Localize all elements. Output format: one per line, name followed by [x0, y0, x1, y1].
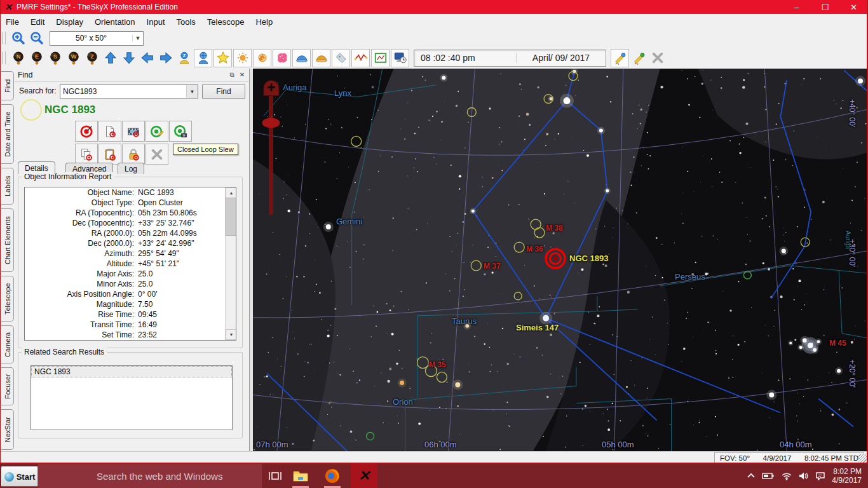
- toolbar-grip[interactable]: [2, 51, 6, 64]
- scroll-up-icon[interactable]: ▲: [226, 187, 236, 198]
- sidebar-tab-camera[interactable]: Camera: [1, 325, 14, 363]
- pan-up-button[interactable]: [101, 50, 119, 67]
- telescope-link-button[interactable]: [611, 49, 629, 67]
- svg-text:S: S: [53, 53, 57, 60]
- horizon-mode-orange-button[interactable]: [312, 49, 330, 67]
- center-object-button[interactable]: [146, 121, 168, 142]
- menu-telescope[interactable]: Telescope: [201, 15, 250, 29]
- sidebar-tab-nexstar[interactable]: NexStar: [1, 409, 14, 450]
- tab-log[interactable]: Log: [118, 163, 144, 174]
- remove-marker-button[interactable]: [146, 144, 168, 165]
- scrollbar-thumb[interactable]: [226, 198, 236, 236]
- panel-close-icon[interactable]: ✕: [238, 71, 247, 79]
- telescope-disconnect-button[interactable]: [648, 50, 667, 67]
- time-display[interactable]: 08 :02 :40 pm: [414, 53, 516, 63]
- scroll-down-icon[interactable]: ▼: [226, 329, 236, 340]
- task-view-button[interactable]: [266, 468, 285, 484]
- menu-file[interactable]: File: [0, 15, 25, 29]
- menu-display[interactable]: Display: [50, 15, 89, 29]
- satellite-paths-button[interactable]: [351, 49, 370, 67]
- time-date-control[interactable]: 08 :02 :40 pm April/ 09/ 2017: [414, 50, 606, 67]
- panel-float-icon[interactable]: ⧉: [227, 71, 236, 79]
- orient-north-button[interactable]: N: [9, 50, 27, 67]
- minimize-button[interactable]: –: [782, 0, 811, 14]
- star-chart[interactable]: AurigaLynxGeminiPerseusTaurusOrionM 38M …: [253, 69, 867, 451]
- non-stellar-options-button[interactable]: [214, 49, 232, 67]
- galaxies-button[interactable]: [253, 49, 271, 67]
- chart-label-m-37: M 37: [484, 262, 501, 271]
- tab-details[interactable]: Details: [18, 161, 55, 174]
- report-label: RA (2000.0):: [25, 228, 138, 238]
- taskbar-search-box[interactable]: Search the web and Windows: [38, 464, 262, 488]
- date-display[interactable]: April/ 09/ 2017: [516, 53, 606, 63]
- pan-right-button[interactable]: [156, 50, 175, 67]
- sky-rendering: [253, 69, 867, 451]
- zoom-in-button[interactable]: [9, 30, 27, 47]
- frame-object-button[interactable]: [98, 121, 121, 142]
- use-computer-clock-button[interactable]: [391, 49, 409, 67]
- chart-label-taurus: Taurus: [452, 316, 477, 326]
- maximize-button[interactable]: ☐: [811, 0, 839, 14]
- battery-icon[interactable]: [762, 472, 775, 480]
- notification-icon[interactable]: [815, 471, 825, 480]
- zoom-out-button[interactable]: [27, 30, 46, 47]
- task-view-icon: [268, 470, 282, 482]
- menu-help[interactable]: Help: [250, 15, 278, 29]
- find-button[interactable]: Find: [202, 84, 245, 99]
- menu-edit[interactable]: Edit: [25, 15, 50, 29]
- fov-dropdown[interactable]: 50° x 50° ▼: [50, 31, 144, 46]
- stellar-options-button[interactable]: [194, 49, 212, 67]
- speaker-icon[interactable]: [799, 471, 809, 480]
- report-label: Transit Time:: [25, 320, 138, 330]
- menu-input[interactable]: Input: [141, 15, 171, 29]
- show-photo-button[interactable]: [122, 121, 145, 142]
- theskyx-taskbar-button[interactable]: ✕: [351, 464, 377, 488]
- close-button[interactable]: ✕: [839, 0, 868, 14]
- menu-tools[interactable]: Tools: [171, 15, 201, 29]
- chart-label-m-36: M 36: [526, 245, 543, 254]
- labels-toggle-button[interactable]: [332, 49, 350, 67]
- menu-bar: FileEditDisplayOrientationInputToolsTele…: [0, 14, 868, 30]
- object-information-report[interactable]: Object Name: NGC 1893Object Type: Open C…: [24, 187, 236, 341]
- orient-south-button[interactable]: S: [46, 50, 64, 67]
- firefox-button[interactable]: [323, 468, 342, 484]
- tray-chevron-icon[interactable]: [747, 472, 756, 480]
- sidebar-tab-telescope[interactable]: Telescope: [1, 276, 14, 322]
- orient-east-button[interactable]: E: [27, 50, 46, 67]
- sidebar-tab-labels[interactable]: Labels: [1, 168, 14, 205]
- sidebar-tab-date-and-time[interactable]: Date and Time: [1, 104, 14, 164]
- paste-report-button[interactable]: [98, 144, 121, 165]
- orient-west-button[interactable]: W: [64, 50, 83, 67]
- chart-label-+20°-00': +20° 00': [848, 360, 857, 388]
- zenith-view-button[interactable]: Z: [175, 50, 193, 67]
- search-input[interactable]: NGC1893 ▼: [60, 85, 198, 98]
- sidebar-tab-focuser[interactable]: Focuser: [1, 367, 14, 405]
- copy-report-button[interactable]: [75, 144, 98, 165]
- wifi-icon[interactable]: [781, 472, 792, 480]
- menu-orientation[interactable]: Orientation: [89, 15, 141, 29]
- chart-label-gemini: Gemini: [336, 217, 362, 226]
- lock-on-object-button[interactable]: [122, 144, 145, 165]
- report-row: RA (Topocentric): 05h 23m 50.806s: [25, 208, 236, 218]
- nebulae-button[interactable]: [273, 49, 291, 67]
- pan-left-button[interactable]: [138, 50, 156, 67]
- solar-system-button[interactable]: [233, 49, 252, 67]
- scrollbar[interactable]: ▲ ▼: [225, 187, 236, 340]
- tray-clock[interactable]: 8:02 PM 4/9/2017: [832, 467, 865, 485]
- closed-loop-slew-button[interactable]: [169, 121, 192, 142]
- slew-to-object-button[interactable]: [75, 121, 98, 142]
- sidebar-tab-find[interactable]: Find: [1, 71, 14, 100]
- related-result-item[interactable]: NGC 1893: [31, 366, 232, 377]
- sidebar-tab-chart-elements[interactable]: Chart Elements: [1, 208, 14, 272]
- file-explorer-button[interactable]: [291, 468, 310, 484]
- toolbar-grip[interactable]: [2, 32, 6, 44]
- chart-status-button[interactable]: [371, 49, 390, 67]
- pan-down-button[interactable]: [119, 50, 138, 67]
- orient-zenith-button[interactable]: Z: [83, 50, 101, 67]
- taskbar: Start Search the web and Windows: [0, 464, 868, 488]
- related-search-results[interactable]: NGC 1893: [31, 365, 233, 430]
- start-button[interactable]: Start: [1, 466, 38, 487]
- resize-grip[interactable]: [858, 454, 867, 463]
- telescope-sync-button[interactable]: [630, 50, 648, 67]
- horizon-mode-blue-button[interactable]: [292, 49, 311, 67]
